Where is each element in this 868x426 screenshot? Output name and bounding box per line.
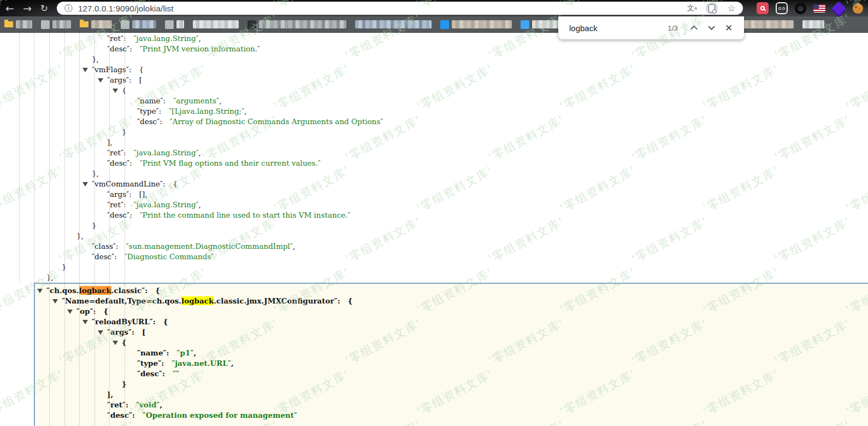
back-button[interactable]: ← <box>5 3 14 14</box>
bookmark-item[interactable] <box>355 20 432 28</box>
json-line: ″reloadByURL″:{ <box>35 317 868 327</box>
json-line: ″ret″:″java.lang.String″, <box>0 148 868 158</box>
oo-extension-icon[interactable] <box>776 2 788 14</box>
bookmark-favicon <box>440 20 449 29</box>
translate-icon[interactable]: 文A <box>686 2 698 14</box>
bookmark-item[interactable] <box>41 20 71 29</box>
forward-button[interactable]: → <box>23 3 32 14</box>
json-token: ″vmFlags″: <box>92 65 131 74</box>
bookmark-star-icon[interactable]: ☆ <box>725 2 737 14</box>
purple-layers-extension-icon[interactable] <box>832 2 845 14</box>
find-match-counter: 1/3 <box>668 24 684 32</box>
expand-triangle-icon[interactable] <box>67 310 73 314</box>
bookmark-folder-icon <box>80 21 88 27</box>
reload-button[interactable]: ↻ <box>40 4 48 13</box>
expand-triangle-icon[interactable] <box>82 182 88 186</box>
bookmark-item[interactable] <box>440 20 512 29</box>
json-token: ″ret″: <box>107 200 126 209</box>
ring-extension-icon[interactable] <box>795 3 806 14</box>
bookmark-item[interactable] <box>80 20 112 28</box>
json-token: ″ret″: <box>107 148 126 157</box>
expand-triangle-icon[interactable] <box>37 289 43 293</box>
json-line: } <box>0 262 868 272</box>
cookie-extension-icon[interactable] <box>852 2 864 14</box>
json-token: ″desc″: <box>107 44 132 53</box>
json-token: ″desc″: <box>92 252 117 261</box>
find-input[interactable]: logback <box>569 24 635 33</box>
expand-triangle-icon[interactable] <box>82 320 88 324</box>
indent-guide <box>109 284 110 426</box>
json-line: ″desc″:″″ <box>35 369 868 379</box>
bookmark-blurred-label <box>16 20 32 28</box>
json-string-value: ″Print JVM version information.″ <box>140 44 260 53</box>
red-search-extension-icon[interactable] <box>757 2 769 14</box>
json-string-value: ″Print VM flag options and their current… <box>140 159 321 167</box>
expand-triangle-icon[interactable] <box>113 89 118 93</box>
json-token: ″ret″: <box>107 34 126 43</box>
url-text[interactable]: 127.0.0.1:9090/jolokia/list <box>78 4 174 13</box>
indent-guide <box>125 33 125 283</box>
json-line: ″desc″:″Print the command line used to s… <box>0 210 868 220</box>
json-token: [], <box>139 190 147 199</box>
indent-guide <box>79 33 80 283</box>
bookmark-blurred-label <box>132 20 156 28</box>
find-match: logback <box>181 296 214 305</box>
bookmark-blurred-label <box>259 20 346 28</box>
json-token: { <box>163 317 168 326</box>
json-token: ″desc″: <box>137 117 162 126</box>
json-top-section: ″ret″:″java.lang.String″,″desc″:″Print J… <box>0 33 868 283</box>
us-flag-glyph <box>813 4 825 13</box>
json-token: .classic.jmx.JMXConfigurator″: <box>214 296 340 305</box>
json-string-value: ″arguments″ <box>173 96 219 105</box>
json-token: ], <box>107 390 113 399</box>
indent-guide <box>125 284 125 426</box>
json-token: { <box>348 296 353 305</box>
bookmark-item[interactable] <box>165 20 184 29</box>
us-flag-extension-icon[interactable] <box>813 2 825 14</box>
json-token: , <box>199 148 201 157</box>
json-token: , <box>293 242 295 250</box>
json-line: } <box>0 220 868 231</box>
find-extension-icon[interactable] <box>706 2 718 14</box>
bookmark-item[interactable] <box>802 20 824 28</box>
json-line: ″ret″:″java.lang.String″, <box>0 200 868 210</box>
indent-guide <box>49 284 50 426</box>
indent-guide <box>19 33 20 283</box>
json-line: ″op″:{ <box>35 306 868 317</box>
json-token: , <box>244 107 246 115</box>
json-token: ″type″: <box>137 107 161 115</box>
json-viewer: ″ret″:″java.lang.String″,″desc″:″Print J… <box>0 33 868 426</box>
json-token: [ <box>142 328 145 336</box>
find-close-button[interactable]: ✕ <box>720 19 737 37</box>
json-line: ″args″:[ <box>0 75 868 85</box>
bookmark-item[interactable] <box>121 20 156 29</box>
bookmark-item[interactable] <box>4 20 32 28</box>
json-string-value: ″Diagnostic Commands″ <box>125 252 214 261</box>
json-token: { <box>155 286 160 295</box>
bookmark-favicon <box>41 20 50 29</box>
bookmark-blurred-label <box>193 20 239 28</box>
json-string-value: ″Array of Diagnostic Commands Arguments … <box>170 117 383 126</box>
expand-triangle-icon[interactable] <box>98 78 103 83</box>
page-info-icon[interactable]: ⓘ <box>64 3 73 14</box>
json-token: { <box>104 307 109 316</box>
json-token: { <box>173 179 178 188</box>
json-line: }, <box>0 168 868 179</box>
expand-triangle-icon[interactable] <box>82 68 88 72</box>
json-line: ″type″:″java.net.URL″, <box>35 358 868 369</box>
expand-triangle-icon[interactable] <box>98 330 103 335</box>
json-string-value: ″Print the command line used to start th… <box>140 211 351 219</box>
json-line: ″args″:[ <box>35 327 868 337</box>
address-bar[interactable]: ⓘ 127.0.0.1:9090/jolokia/list 文A ☆ <box>57 2 743 15</box>
bookmark-item[interactable] <box>193 20 239 28</box>
expand-triangle-icon[interactable] <box>52 299 58 304</box>
bookmark-item[interactable] <box>247 20 346 29</box>
layers-glyph <box>831 1 846 16</box>
json-token: ″class″: <box>92 242 118 250</box>
json-token: , <box>219 96 221 105</box>
json-line: ″name″:″p1″, <box>35 348 868 358</box>
find-previous-button[interactable] <box>685 19 702 37</box>
json-line: ″desc″:″Print VM flag options and their … <box>0 158 868 168</box>
find-next-button[interactable] <box>702 19 720 37</box>
expand-triangle-icon[interactable] <box>113 341 118 345</box>
